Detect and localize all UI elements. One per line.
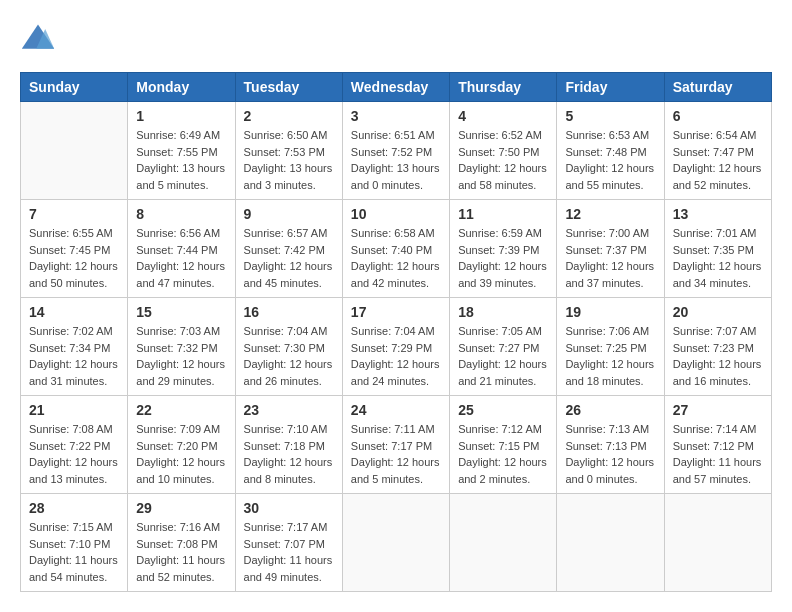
day-info: Sunrise: 7:10 AM Sunset: 7:18 PM Dayligh… xyxy=(244,421,334,487)
day-number: 9 xyxy=(244,206,334,222)
day-info: Sunrise: 6:54 AM Sunset: 7:47 PM Dayligh… xyxy=(673,127,763,193)
day-info: Sunrise: 6:51 AM Sunset: 7:52 PM Dayligh… xyxy=(351,127,441,193)
day-info: Sunrise: 7:00 AM Sunset: 7:37 PM Dayligh… xyxy=(565,225,655,291)
calendar-cell: 26Sunrise: 7:13 AM Sunset: 7:13 PM Dayli… xyxy=(557,396,664,494)
day-info: Sunrise: 7:16 AM Sunset: 7:08 PM Dayligh… xyxy=(136,519,226,585)
calendar-cell: 11Sunrise: 6:59 AM Sunset: 7:39 PM Dayli… xyxy=(450,200,557,298)
day-info: Sunrise: 7:09 AM Sunset: 7:20 PM Dayligh… xyxy=(136,421,226,487)
calendar-cell: 16Sunrise: 7:04 AM Sunset: 7:30 PM Dayli… xyxy=(235,298,342,396)
day-number: 21 xyxy=(29,402,119,418)
calendar-cell: 18Sunrise: 7:05 AM Sunset: 7:27 PM Dayli… xyxy=(450,298,557,396)
calendar-cell xyxy=(450,494,557,592)
day-number: 4 xyxy=(458,108,548,124)
header-tuesday: Tuesday xyxy=(235,73,342,102)
calendar-header-row: SundayMondayTuesdayWednesdayThursdayFrid… xyxy=(21,73,772,102)
calendar-cell: 24Sunrise: 7:11 AM Sunset: 7:17 PM Dayli… xyxy=(342,396,449,494)
day-number: 19 xyxy=(565,304,655,320)
day-info: Sunrise: 6:57 AM Sunset: 7:42 PM Dayligh… xyxy=(244,225,334,291)
day-number: 5 xyxy=(565,108,655,124)
page-header xyxy=(20,20,772,56)
day-number: 20 xyxy=(673,304,763,320)
day-info: Sunrise: 6:50 AM Sunset: 7:53 PM Dayligh… xyxy=(244,127,334,193)
calendar-cell: 3Sunrise: 6:51 AM Sunset: 7:52 PM Daylig… xyxy=(342,102,449,200)
day-info: Sunrise: 6:56 AM Sunset: 7:44 PM Dayligh… xyxy=(136,225,226,291)
calendar-cell: 8Sunrise: 6:56 AM Sunset: 7:44 PM Daylig… xyxy=(128,200,235,298)
calendar-cell: 9Sunrise: 6:57 AM Sunset: 7:42 PM Daylig… xyxy=(235,200,342,298)
calendar-cell: 19Sunrise: 7:06 AM Sunset: 7:25 PM Dayli… xyxy=(557,298,664,396)
day-number: 23 xyxy=(244,402,334,418)
week-row-1: 1Sunrise: 6:49 AM Sunset: 7:55 PM Daylig… xyxy=(21,102,772,200)
calendar-cell: 21Sunrise: 7:08 AM Sunset: 7:22 PM Dayli… xyxy=(21,396,128,494)
day-info: Sunrise: 6:52 AM Sunset: 7:50 PM Dayligh… xyxy=(458,127,548,193)
day-number: 17 xyxy=(351,304,441,320)
day-number: 7 xyxy=(29,206,119,222)
calendar-cell: 20Sunrise: 7:07 AM Sunset: 7:23 PM Dayli… xyxy=(664,298,771,396)
header-wednesday: Wednesday xyxy=(342,73,449,102)
header-monday: Monday xyxy=(128,73,235,102)
day-info: Sunrise: 6:58 AM Sunset: 7:40 PM Dayligh… xyxy=(351,225,441,291)
day-info: Sunrise: 7:05 AM Sunset: 7:27 PM Dayligh… xyxy=(458,323,548,389)
header-sunday: Sunday xyxy=(21,73,128,102)
day-number: 8 xyxy=(136,206,226,222)
calendar-cell: 7Sunrise: 6:55 AM Sunset: 7:45 PM Daylig… xyxy=(21,200,128,298)
calendar-cell: 30Sunrise: 7:17 AM Sunset: 7:07 PM Dayli… xyxy=(235,494,342,592)
day-info: Sunrise: 7:08 AM Sunset: 7:22 PM Dayligh… xyxy=(29,421,119,487)
day-info: Sunrise: 7:13 AM Sunset: 7:13 PM Dayligh… xyxy=(565,421,655,487)
day-number: 30 xyxy=(244,500,334,516)
day-number: 14 xyxy=(29,304,119,320)
day-info: Sunrise: 7:03 AM Sunset: 7:32 PM Dayligh… xyxy=(136,323,226,389)
day-number: 26 xyxy=(565,402,655,418)
week-row-5: 28Sunrise: 7:15 AM Sunset: 7:10 PM Dayli… xyxy=(21,494,772,592)
day-number: 12 xyxy=(565,206,655,222)
calendar-cell: 23Sunrise: 7:10 AM Sunset: 7:18 PM Dayli… xyxy=(235,396,342,494)
day-number: 25 xyxy=(458,402,548,418)
day-info: Sunrise: 7:06 AM Sunset: 7:25 PM Dayligh… xyxy=(565,323,655,389)
calendar-cell: 1Sunrise: 6:49 AM Sunset: 7:55 PM Daylig… xyxy=(128,102,235,200)
day-number: 10 xyxy=(351,206,441,222)
day-number: 3 xyxy=(351,108,441,124)
logo-icon xyxy=(20,20,56,56)
calendar-cell: 25Sunrise: 7:12 AM Sunset: 7:15 PM Dayli… xyxy=(450,396,557,494)
calendar-cell: 17Sunrise: 7:04 AM Sunset: 7:29 PM Dayli… xyxy=(342,298,449,396)
day-info: Sunrise: 7:11 AM Sunset: 7:17 PM Dayligh… xyxy=(351,421,441,487)
day-number: 27 xyxy=(673,402,763,418)
header-saturday: Saturday xyxy=(664,73,771,102)
day-number: 1 xyxy=(136,108,226,124)
logo xyxy=(20,20,62,56)
day-number: 18 xyxy=(458,304,548,320)
calendar-cell: 10Sunrise: 6:58 AM Sunset: 7:40 PM Dayli… xyxy=(342,200,449,298)
week-row-2: 7Sunrise: 6:55 AM Sunset: 7:45 PM Daylig… xyxy=(21,200,772,298)
day-number: 16 xyxy=(244,304,334,320)
calendar-table: SundayMondayTuesdayWednesdayThursdayFrid… xyxy=(20,72,772,592)
calendar-cell: 15Sunrise: 7:03 AM Sunset: 7:32 PM Dayli… xyxy=(128,298,235,396)
day-info: Sunrise: 7:17 AM Sunset: 7:07 PM Dayligh… xyxy=(244,519,334,585)
header-thursday: Thursday xyxy=(450,73,557,102)
day-info: Sunrise: 6:59 AM Sunset: 7:39 PM Dayligh… xyxy=(458,225,548,291)
calendar-cell: 4Sunrise: 6:52 AM Sunset: 7:50 PM Daylig… xyxy=(450,102,557,200)
header-friday: Friday xyxy=(557,73,664,102)
calendar-cell: 6Sunrise: 6:54 AM Sunset: 7:47 PM Daylig… xyxy=(664,102,771,200)
day-number: 6 xyxy=(673,108,763,124)
calendar-cell xyxy=(664,494,771,592)
day-info: Sunrise: 7:02 AM Sunset: 7:34 PM Dayligh… xyxy=(29,323,119,389)
day-info: Sunrise: 7:14 AM Sunset: 7:12 PM Dayligh… xyxy=(673,421,763,487)
day-number: 13 xyxy=(673,206,763,222)
day-number: 2 xyxy=(244,108,334,124)
calendar-cell: 22Sunrise: 7:09 AM Sunset: 7:20 PM Dayli… xyxy=(128,396,235,494)
day-info: Sunrise: 7:01 AM Sunset: 7:35 PM Dayligh… xyxy=(673,225,763,291)
day-number: 11 xyxy=(458,206,548,222)
calendar-cell: 29Sunrise: 7:16 AM Sunset: 7:08 PM Dayli… xyxy=(128,494,235,592)
day-info: Sunrise: 7:04 AM Sunset: 7:29 PM Dayligh… xyxy=(351,323,441,389)
calendar-cell: 2Sunrise: 6:50 AM Sunset: 7:53 PM Daylig… xyxy=(235,102,342,200)
day-info: Sunrise: 6:53 AM Sunset: 7:48 PM Dayligh… xyxy=(565,127,655,193)
calendar-cell: 12Sunrise: 7:00 AM Sunset: 7:37 PM Dayli… xyxy=(557,200,664,298)
day-info: Sunrise: 7:04 AM Sunset: 7:30 PM Dayligh… xyxy=(244,323,334,389)
day-info: Sunrise: 6:55 AM Sunset: 7:45 PM Dayligh… xyxy=(29,225,119,291)
day-info: Sunrise: 6:49 AM Sunset: 7:55 PM Dayligh… xyxy=(136,127,226,193)
day-info: Sunrise: 7:07 AM Sunset: 7:23 PM Dayligh… xyxy=(673,323,763,389)
day-number: 15 xyxy=(136,304,226,320)
calendar-cell: 28Sunrise: 7:15 AM Sunset: 7:10 PM Dayli… xyxy=(21,494,128,592)
calendar-cell: 13Sunrise: 7:01 AM Sunset: 7:35 PM Dayli… xyxy=(664,200,771,298)
calendar-cell xyxy=(342,494,449,592)
day-number: 24 xyxy=(351,402,441,418)
